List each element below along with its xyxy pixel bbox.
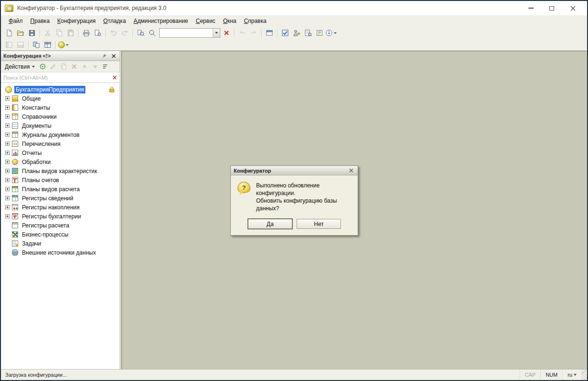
tree-item-documents[interactable]: Документы [1,121,120,130]
copy-button[interactable] [53,28,65,38]
new-document-button[interactable] [3,28,15,38]
configure-users-button[interactable] [291,28,302,38]
tree-item-reports[interactable]: Отчеты [1,148,120,157]
expand-icon[interactable] [5,124,10,128]
tree-item-tasks[interactable]: Задачи [1,239,120,248]
expand-icon[interactable] [5,178,10,182]
expand-icon[interactable] [5,160,10,164]
tree-item-accumulation-registers[interactable]: Регистры накопления [1,203,120,212]
tree-item-catalogs[interactable]: Справочники [1,112,120,121]
actions-menu-button[interactable]: Действия [2,62,37,71]
menu-debug[interactable]: Отладка [100,16,130,26]
sort-button[interactable] [101,62,111,72]
find-in-texts-button[interactable] [302,28,314,38]
tree-item-root[interactable]: БухгалтерияПредприятия [1,85,120,94]
menu-file[interactable]: Файл [5,16,27,26]
tree-item-commons[interactable]: Общие [1,94,120,103]
menu-edit[interactable]: Правка [27,16,54,26]
resize-grip[interactable] [581,370,587,380]
tree-item-information-registers[interactable]: Регистры сведений [1,194,120,203]
layout-bottom-button[interactable] [15,40,26,50]
chart-of-accounts-icon [12,177,18,183]
table-settings-button[interactable] [42,40,53,50]
locate-object-button[interactable] [38,62,48,72]
menu-windows[interactable]: Окна [219,16,240,26]
expand-icon[interactable] [5,114,10,119]
zoom-button[interactable] [146,28,158,38]
menu-help[interactable]: Справка [240,16,270,26]
dialog-close-button[interactable] [347,167,355,174]
menu-tools[interactable]: Сервис [192,16,219,26]
language-selector[interactable]: ru [562,370,581,380]
delete-object-button[interactable] [69,62,79,72]
search-input[interactable] [2,74,111,81]
expand-icon[interactable] [5,142,10,146]
titlebar[interactable]: Конфигуратор - Бухгалтерия предприятия, … [1,1,587,15]
expand-icon[interactable] [5,96,10,101]
maximize-button[interactable] [541,2,562,14]
close-button[interactable] [562,2,583,14]
expand-icon[interactable] [5,214,10,218]
help-contents-button[interactable] [314,28,325,38]
go-forward-button[interactable] [248,28,259,38]
tree-item-document-journals[interactable]: Журналы документов [1,130,120,139]
close-panel-button[interactable] [110,52,117,60]
save-button[interactable] [26,28,38,38]
compare-configurations-button[interactable] [31,40,42,50]
check-syntax-button[interactable] [279,28,291,38]
tree-item-accounting-registers[interactable]: Регистры бухгалтерии [1,212,120,221]
menu-configuration[interactable]: Конфигурация [53,16,100,26]
external-data-sources-icon [12,249,18,256]
dialog-titlebar[interactable]: Конфигуратор [231,166,358,175]
expand-icon[interactable] [5,187,10,191]
menu-administration[interactable]: Администрирование [130,16,192,26]
info-button[interactable] [325,28,337,38]
document-journals-icon [12,132,18,138]
paste-button[interactable] [65,28,76,38]
tree-item-external-data-sources[interactable]: Внешние источники данных [1,248,120,257]
copy-object-button[interactable] [59,62,69,72]
tree-item-chart-of-calculation-types[interactable]: Планы видов расчета [1,185,120,194]
yes-button[interactable]: Да [248,219,292,229]
clear-search-button[interactable] [221,28,232,38]
cut-button[interactable] [42,28,53,38]
layout-left-button[interactable] [3,40,15,50]
expand-icon[interactable] [5,169,10,173]
no-button[interactable]: Нет [297,219,341,229]
clear-search-button[interactable] [111,74,118,82]
pin-panel-button[interactable] [100,52,108,60]
chevron-down-icon [66,44,69,46]
tree-item-constants[interactable]: Константы [1,103,120,112]
window-controls [520,2,583,14]
move-up-button[interactable] [80,62,90,72]
tree-item-chart-of-characteristic-types[interactable]: Планы видов характеристик [1,166,120,175]
print-preview-button[interactable] [92,28,103,38]
expand-icon[interactable] [5,133,10,137]
go-back-button[interactable] [237,28,248,38]
quick-search-input[interactable] [160,30,213,36]
expand-icon[interactable] [5,105,10,110]
tree-item-business-processes[interactable]: Бизнес-процессы [1,230,120,239]
print-button[interactable] [81,28,92,38]
expand-icon[interactable] [5,205,10,209]
start-debugging-button[interactable] [58,40,69,50]
tree-item-data-processors[interactable]: Обработки [1,157,120,166]
pencil-icon [50,63,57,70]
arrow-down-icon [92,63,98,70]
undo-button[interactable] [108,28,119,38]
accumulation-registers-icon [12,204,18,210]
edit-object-button[interactable] [48,62,58,72]
book-icon [316,29,323,37]
expand-icon[interactable] [5,196,10,200]
windows-button[interactable] [264,28,275,38]
tree-item-enumerations[interactable]: Перечисления [1,139,120,148]
tree-item-calculation-registers[interactable]: Регистры расчета [1,221,120,230]
expand-icon[interactable] [5,151,10,155]
redo-button[interactable] [119,28,131,38]
move-down-button[interactable] [90,62,100,72]
minimize-button[interactable] [520,2,541,14]
combobox-dropdown-button[interactable] [213,29,220,37]
open-button[interactable] [15,28,26,38]
tree-item-chart-of-accounts[interactable]: Планы счетов [1,175,120,185]
find-button[interactable] [135,28,146,38]
